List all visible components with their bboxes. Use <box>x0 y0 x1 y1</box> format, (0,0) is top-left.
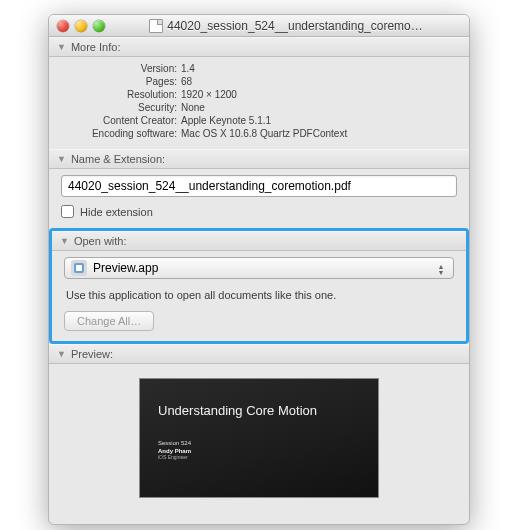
info-table: Version: 1.4 Pages: 68 Resolution: 1920 … <box>61 63 457 139</box>
disclosure-triangle-icon: ▼ <box>57 349 66 359</box>
info-value: Apple Keynote 5.1.1 <box>181 115 457 126</box>
disclosure-triangle-icon: ▼ <box>57 42 66 52</box>
open-with-app-label: Preview.app <box>93 261 158 275</box>
close-icon[interactable] <box>57 20 69 32</box>
open-with-hint: Use this application to open all documen… <box>66 289 452 301</box>
section-label: Open with: <box>74 235 127 247</box>
hide-extension-label: Hide extension <box>80 206 153 218</box>
slide-role: iOS Engineer <box>158 454 360 460</box>
section-preview-body: Understanding Core Motion Session 524 An… <box>49 364 469 498</box>
open-with-highlight: ▼ Open with: Preview.app ▲▼ Use this app… <box>49 228 469 344</box>
change-all-button[interactable]: Change All… <box>64 311 154 331</box>
info-key: Security: <box>61 102 181 113</box>
disclosure-triangle-icon: ▼ <box>60 236 69 246</box>
document-icon <box>149 19 163 33</box>
info-value: None <box>181 102 457 113</box>
zoom-icon[interactable] <box>93 20 105 32</box>
section-open-with-body: Preview.app ▲▼ Use this application to o… <box>52 251 466 341</box>
hide-extension-row[interactable]: Hide extension <box>61 205 457 218</box>
info-key: Encoding software: <box>61 128 181 139</box>
info-value: 1.4 <box>181 63 457 74</box>
section-label: Name & Extension: <box>71 153 165 165</box>
section-more-info-body: Version: 1.4 Pages: 68 Resolution: 1920 … <box>49 57 469 149</box>
info-value: Mac OS X 10.6.8 Quartz PDFContext <box>181 128 457 139</box>
minimize-icon[interactable] <box>75 20 87 32</box>
filename-input[interactable] <box>61 175 457 197</box>
info-key: Resolution: <box>61 89 181 100</box>
info-key: Content Creator: <box>61 115 181 126</box>
info-value: 1920 × 1200 <box>181 89 457 100</box>
slide-title: Understanding Core Motion <box>158 403 360 418</box>
info-key: Version: <box>61 63 181 74</box>
preview-thumbnail: Understanding Core Motion Session 524 An… <box>139 378 379 498</box>
svg-rect-1 <box>76 265 82 271</box>
preview-app-icon <box>71 260 87 276</box>
section-more-info-header[interactable]: ▼ More Info: <box>49 37 469 57</box>
window-titlebar: 44020_session_524__understanding_coremo… <box>49 15 469 37</box>
info-window: 44020_session_524__understanding_coremo…… <box>48 14 470 525</box>
window-title-text: 44020_session_524__understanding_coremo… <box>167 19 423 33</box>
section-open-with-header[interactable]: ▼ Open with: <box>52 231 466 251</box>
slide-session: Session 524 <box>158 440 360 446</box>
section-preview-header[interactable]: ▼ Preview: <box>49 344 469 364</box>
disclosure-triangle-icon: ▼ <box>57 154 66 164</box>
combo-arrows-icon: ▲▼ <box>433 261 449 277</box>
open-with-combo[interactable]: Preview.app ▲▼ <box>64 257 454 279</box>
section-label: Preview: <box>71 348 113 360</box>
info-value: 68 <box>181 76 457 87</box>
window-title: 44020_session_524__understanding_coremo… <box>111 19 461 33</box>
section-name-ext-header[interactable]: ▼ Name & Extension: <box>49 149 469 169</box>
section-label: More Info: <box>71 41 121 53</box>
info-key: Pages: <box>61 76 181 87</box>
hide-extension-checkbox[interactable] <box>61 205 74 218</box>
section-name-ext-body: Hide extension <box>49 169 469 228</box>
